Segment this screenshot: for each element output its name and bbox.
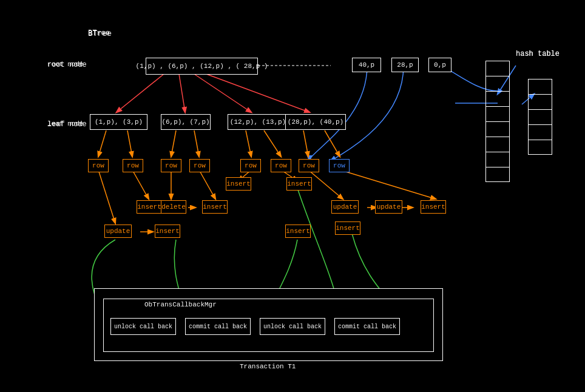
- extra-label-0p: 0,p: [428, 58, 451, 72]
- row-3: row: [161, 159, 181, 172]
- op-insert-6: insert: [155, 225, 180, 238]
- op-update-3: update: [104, 225, 132, 238]
- svg-line-14: [132, 170, 149, 199]
- op-update-2: update: [375, 200, 402, 214]
- op-insert-3: insert: [137, 200, 162, 214]
- op-delete-1: delete: [161, 200, 186, 214]
- svg-line-11: [303, 130, 308, 157]
- svg-line-20: [340, 170, 436, 199]
- svg-line-12: [325, 130, 340, 157]
- hash-table-main: [485, 61, 510, 182]
- hashtable-title: hash table: [516, 50, 560, 58]
- leaf-node-4: (28,p), (40,p): [285, 114, 346, 130]
- op-insert-5: insert: [421, 200, 446, 214]
- svg-line-5: [98, 130, 106, 157]
- transaction-label: Transaction T1: [240, 363, 296, 370]
- root-node-box: (1,p) , (6,p) , (12,p) , ( 28,p ): [146, 58, 258, 75]
- svg-line-8: [194, 130, 199, 157]
- op-insert-2: insert: [286, 177, 312, 191]
- row-7: row: [299, 159, 319, 172]
- op-update-1: update: [331, 200, 359, 214]
- btree-title: BTree: [88, 29, 112, 38]
- row-4: row: [189, 159, 210, 172]
- op-insert-7: insert: [285, 225, 311, 238]
- op-insert-1: insert: [226, 177, 251, 191]
- svg-line-2: [194, 74, 251, 112]
- svg-line-9: [246, 130, 251, 157]
- callback-unlock-1: unlock call back: [110, 318, 176, 335]
- hash-table-secondary: [528, 79, 552, 155]
- diagram: BTree hash table root node leaf node (1,…: [0, 0, 585, 392]
- row-1: row: [88, 159, 109, 172]
- leaf-node-3: (12,p), (13,p): [228, 114, 288, 130]
- row-6: row: [271, 159, 291, 172]
- leaf-node-2: (6,p), (7,p): [161, 114, 211, 130]
- row-2: row: [123, 159, 143, 172]
- svg-line-16: [199, 170, 215, 199]
- row-8: row: [329, 159, 350, 172]
- svg-line-6: [127, 130, 132, 157]
- svg-line-13: [98, 170, 115, 223]
- leaf-node-text: leaf node: [47, 120, 83, 127]
- callback-unlock-2: unlock call back: [260, 318, 325, 335]
- callback-mgr-label: ObTransCallbackMgr: [144, 301, 217, 308]
- op-insert-4: insert: [202, 200, 228, 214]
- root-node-text: root node: [47, 61, 83, 68]
- svg-line-1: [179, 74, 185, 112]
- svg-line-7: [171, 130, 176, 157]
- svg-line-10: [264, 130, 281, 157]
- extra-label-28p: 28,p: [391, 58, 419, 72]
- extra-label-40p: 40,p: [352, 58, 381, 72]
- row-5: row: [240, 159, 261, 172]
- leaf-node-1: (1,p), (3,p): [90, 114, 147, 130]
- svg-line-3: [206, 74, 309, 112]
- callback-commit-1: commit call back: [185, 318, 251, 335]
- callback-commit-2: commit call back: [334, 318, 400, 335]
- op-insert-8: insert: [335, 221, 360, 235]
- svg-line-0: [117, 74, 164, 112]
- svg-line-19: [308, 170, 343, 199]
